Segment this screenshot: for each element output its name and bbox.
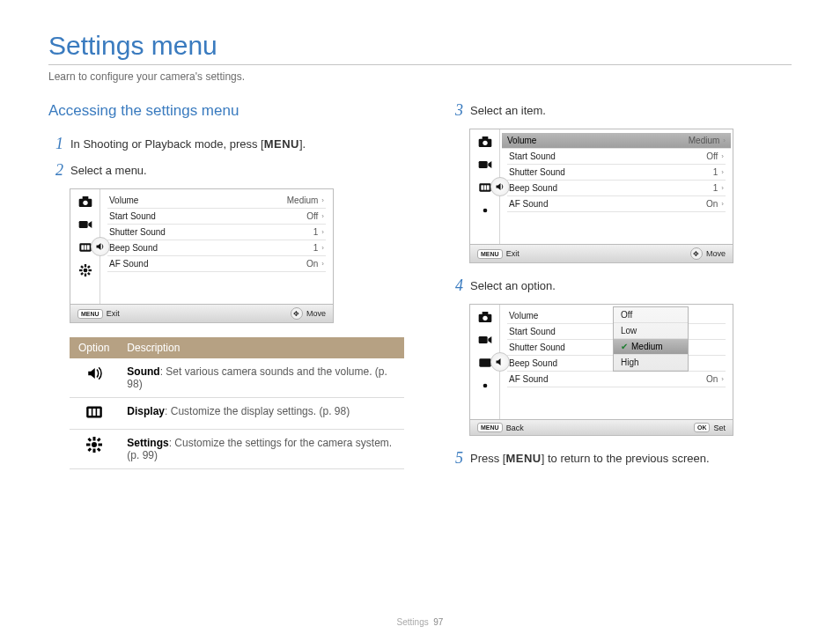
footer-move-label: Move [706,249,726,258]
dropdown-item-high: High [614,355,688,371]
video-icon [476,333,494,347]
svg-point-38 [483,209,487,213]
svg-rect-6 [84,245,86,249]
footer-exit-label: Exit [506,249,519,258]
option-description: : Customize the display settings. (p. 98… [165,405,350,417]
step-text: Select an item. [470,102,546,117]
menu-footer: MENUExit ✥Move [70,304,333,322]
svg-rect-43 [479,358,490,366]
step-1: 1 In Shooting or Playback mode, press [M… [55,136,404,151]
option-title: Display [127,405,165,417]
menu-row-value: 1 [713,167,718,177]
chevron-right-icon: › [721,200,724,208]
menu-row-value: On [706,374,718,384]
step-number: 1 [55,136,63,151]
dpad-icon: ✥ [690,247,703,260]
gear-icon [476,203,494,217]
table-row-sound: Sound: Set various camera sounds and the… [70,358,404,398]
menu-row-af-sound: AF SoundOn› [507,196,726,212]
svg-rect-14 [87,265,91,269]
menu-row-volume: VolumeMedium› [107,193,326,209]
sound-tab-indicator-icon [91,237,110,256]
svg-rect-37 [487,185,490,189]
svg-rect-1 [82,196,88,199]
sound-tab-indicator-icon [490,352,510,372]
menu-row-label: Shutter Sound [509,167,565,177]
svg-rect-19 [92,409,95,416]
footer-section: Settings [397,617,429,627]
svg-rect-13 [80,265,84,269]
step-text-part: Press [ [470,452,505,465]
menu-row-label: Start Sound [509,151,556,161]
menu-row-value: On [306,259,318,269]
menu-button-icon: MENU [77,309,103,319]
step-text: Select an option. [470,277,556,292]
footer-move-label: Move [306,309,326,318]
svg-rect-9 [84,264,85,268]
chevron-right-icon: › [723,136,726,144]
menu-row-value: 1 [313,243,319,253]
gear-icon [476,379,494,393]
menu-word: MENU [264,137,299,151]
camera-menu-screenshot-option-select: Volume Start Sound Shutter Sound Beep So… [469,304,733,436]
dropdown-item-medium-selected: ✔Medium [614,339,688,355]
svg-rect-22 [92,437,95,441]
step-number: 3 [455,102,463,118]
menu-row-value: Medium [689,136,720,145]
menu-row-label: Start Sound [509,327,556,336]
svg-rect-23 [92,449,95,453]
option-description: : Set various camera sounds and the volu… [127,365,387,390]
svg-rect-3 [78,221,87,228]
menu-row-af-sound: AF SoundOn› [107,256,326,272]
chevron-right-icon: › [321,260,324,268]
camera-icon [476,135,494,149]
menu-row-label: Start Sound [109,211,156,221]
svg-point-2 [83,201,87,205]
video-icon [77,217,94,232]
menu-row-label: Volume [509,311,538,321]
svg-rect-25 [98,444,102,446]
chevron-right-icon: › [721,168,724,176]
page-footer: Settings 97 [0,617,840,627]
option-description-table: Option Description Sound: Set various ca… [70,337,404,469]
page-intro: Learn to configure your camera's setting… [48,70,792,83]
camera-menu-screenshot: VolumeMedium› Start SoundOff› Shutter So… [70,188,334,323]
menu-row-beep-sound: Beep Sound1› [107,240,326,256]
footer-set-label: Set [713,424,726,432]
svg-rect-11 [79,269,83,271]
svg-point-8 [83,269,87,273]
menu-row-label: Volume [109,195,138,205]
menu-row-label: AF Sound [509,374,548,384]
svg-point-32 [483,141,487,145]
dropdown-item-low: Low [614,323,688,339]
step-2: 2 Select a menu. [55,162,404,178]
chevron-right-icon: › [721,184,724,192]
step-text-part: In Shooting or Playback mode, press [ [70,137,264,151]
step-text: Select a menu. [70,162,147,177]
step-text-part: ] to return to the previous screen. [542,452,710,465]
footer-exit-label: Exit [107,309,120,318]
option-title: Settings [127,437,168,449]
svg-rect-33 [478,161,487,168]
svg-rect-20 [97,409,99,416]
step-number: 4 [455,277,463,293]
table-header-option: Option [70,337,118,358]
menu-row-start-sound: Start SoundOff› [107,209,326,225]
camera-icon [77,195,94,209]
footer-page-number: 97 [433,617,443,627]
svg-rect-27 [97,438,101,442]
svg-rect-28 [87,447,92,452]
footer-back-label: Back [506,424,524,432]
step-text: Press [MENU] to return to the previous s… [470,450,710,465]
menu-row-label: Shutter Sound [109,227,166,237]
menu-button-icon: MENU [477,423,503,432]
step-text-part: ]. [299,137,306,151]
svg-rect-24 [86,444,91,446]
svg-rect-7 [87,245,90,249]
menu-row-beep-sound: Beep Sound1› [507,181,726,196]
menu-footer: MENUExit ✥Move [470,244,733,262]
menu-row-label: Beep Sound [509,183,557,193]
table-row-settings: Settings: Customize the settings for the… [70,430,404,469]
sound-icon [70,358,118,398]
menu-list: VolumeMedium› Start SoundOff› Shutter So… [100,189,333,304]
